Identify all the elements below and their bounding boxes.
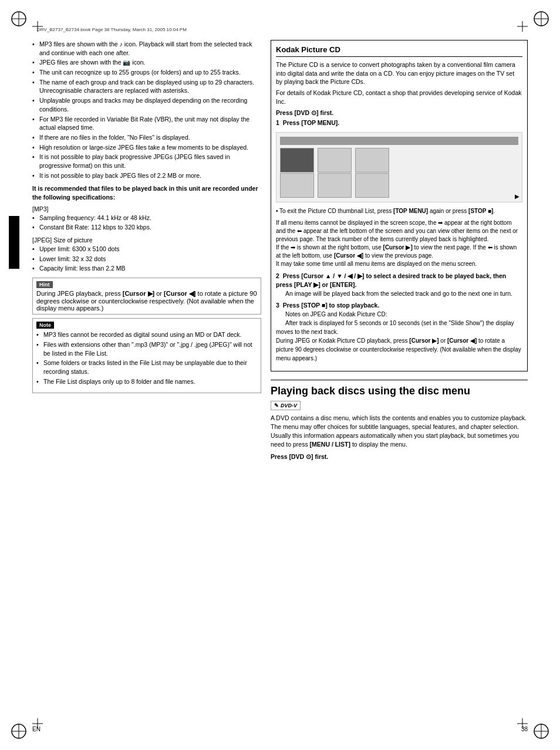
- step-1-num: 1: [276, 119, 279, 126]
- thumb-item-2: [318, 148, 352, 173]
- jpeg-bullet-3: Capacity limit: less than 2.2 MB: [32, 264, 261, 273]
- step-3-text: After track is displayed for 5 seconds o…: [276, 320, 521, 362]
- step-3-note-title: Notes on JPEG and Kodak Picture CD:: [285, 311, 387, 317]
- thumb-arrow: ▶: [515, 193, 519, 200]
- header-filename: DRV_B2737_B2734.book Page 38 Thursday, M…: [37, 27, 187, 32]
- scroll-text: If all menu items cannot be displayed in…: [276, 219, 522, 268]
- camera-icon: 📷: [123, 59, 130, 66]
- corner-mark-bl: [11, 723, 27, 739]
- bullet-4: The name of each group and track can be …: [32, 78, 261, 95]
- left-column: Playing back discs MP3 files are shown w…: [32, 40, 261, 718]
- step-2-bold: Press [Cursor ▲ / ▼ / ◀ / ▶] to select a…: [276, 272, 506, 288]
- thumbnail-top-bar: [280, 137, 518, 145]
- disc-menu-title: Playing back discs using the disc menu: [271, 385, 528, 398]
- thumbnail-grid: ▶: [276, 132, 522, 202]
- bullet-1: MP3 files are shown with the ♪ icon. Pla…: [32, 40, 261, 57]
- note-bullet-3: Some folders or tracks listed in the Fil…: [36, 359, 257, 376]
- note-bullet-4: The File List displays only up to 8 fold…: [36, 377, 257, 386]
- page-footer: EN 38: [32, 726, 528, 732]
- footer-page: 38: [521, 726, 528, 732]
- corner-mark-tr: [533, 11, 549, 27]
- thumb-item-6: [355, 173, 389, 198]
- kodak-contact: For details of Kodak Picture CD, contact…: [276, 89, 522, 106]
- jpeg-bullet-list: Upper limit: 6300 x 5100 dots Lower limi…: [32, 245, 261, 273]
- step-1: 1 Press [TOP MENU].: [276, 119, 522, 127]
- main-content: Playing back discs MP3 files are shown w…: [32, 40, 528, 718]
- step-2-num: 2: [276, 272, 279, 279]
- hint-title: Hint: [36, 281, 53, 288]
- thumb-item-4: [280, 173, 314, 198]
- corner-mark-tl: [11, 11, 27, 27]
- footer-lang: EN: [32, 726, 41, 732]
- mp3-section-label: [MP3]: [32, 205, 261, 212]
- step-3: 3 Press [STOP ■] to stop playback. Notes…: [276, 301, 522, 363]
- hint-box: Hint During JPEG playback, press [Cursor…: [32, 278, 261, 315]
- header-bar: DRV_B2737_B2734.book Page 38 Thursday, M…: [32, 25, 528, 34]
- mp3-bullet-list: Sampling frequency: 44.1 kHz or 48 kHz. …: [32, 214, 261, 232]
- main-bullet-list: MP3 files are shown with the ♪ icon. Pla…: [32, 40, 261, 180]
- sidebar-black-bar: Playing back discs: [9, 216, 19, 269]
- step-3-bold: Press [STOP ■] to stop playback.: [283, 302, 380, 309]
- jpeg-bullet-1: Upper limit: 6300 x 5100 dots: [32, 245, 261, 254]
- jpeg-section-label: [JPEG] Size of picture: [32, 237, 261, 244]
- bullet-6: For MP3 file recorded in Variable Bit Ra…: [32, 115, 261, 132]
- bullet-3: The unit can recognize up to 255 groups …: [32, 68, 261, 77]
- dvd-v-text: DVD-V: [281, 403, 297, 408]
- hint-text: During JPEG playback, press [Cursor ▶] o…: [36, 290, 257, 312]
- note-box: Note MP3 files cannot be recorded as dig…: [32, 318, 261, 393]
- disc-menu-section: Playing back discs using the disc menu D…: [271, 380, 528, 460]
- mp3-bullet-2: Constant Bit Rate: 112 kbps to 320 kbps.: [32, 223, 261, 232]
- kodak-section: Kodak Picture CD The Picture CD is a ser…: [271, 40, 528, 371]
- bullet-8: High resolution or large-size JPEG files…: [32, 143, 261, 152]
- thumb-row-1: [280, 148, 518, 173]
- bullet-7: If there are no files in the folder, "No…: [32, 133, 261, 142]
- bold-recommendation: It is recommended that files to be playe…: [32, 184, 261, 201]
- bullet-10: It is not possible to play back JPEG fil…: [32, 171, 261, 180]
- note-title: Note: [36, 322, 54, 329]
- mp3-bullet-1: Sampling frequency: 44.1 kHz or 48 kHz.: [32, 214, 261, 222]
- dvd-v-badge: DVD-V: [271, 401, 301, 410]
- press-dvd-last: Press [DVD ⊙] first.: [271, 453, 528, 460]
- thumb-item-5: [318, 173, 352, 198]
- step-2-text: An image will be played back from the se…: [285, 290, 512, 297]
- divider: [271, 380, 528, 380]
- bullet-9: It is not possible to play back progress…: [32, 153, 261, 170]
- kodak-intro: The Picture CD is a service to convert p…: [276, 60, 522, 86]
- bullet-5: Unplayable groups and tracks may be disp…: [32, 96, 261, 113]
- thumb-item-3: [355, 148, 389, 173]
- note-bullet-2: Files with extensions other than ".mp3 (…: [36, 340, 257, 357]
- thumb-row-2: [280, 173, 518, 198]
- note-bullet-list: MP3 files cannot be recorded as digital …: [36, 330, 257, 386]
- step-2: 2 Press [Cursor ▲ / ▼ / ◀ / ▶] to select…: [276, 272, 522, 298]
- disc-menu-intro: A DVD contains a disc menu, which lists …: [271, 414, 528, 448]
- music-icon: ♪: [120, 40, 123, 48]
- step-3-num: 3: [276, 302, 279, 309]
- kodak-title: Kodak Picture CD: [276, 45, 522, 57]
- note-bullet-1: MP3 files cannot be recorded as digital …: [36, 330, 257, 339]
- thumbnail-note: • To exit the Picture CD thumbnail List,…: [276, 207, 522, 215]
- thumb-item-1: [280, 148, 314, 173]
- bullet-2: JPEG files are shown with the 📷 icon.: [32, 58, 261, 67]
- jpeg-bullet-2: Lower limit: 32 x 32 dots: [32, 255, 261, 263]
- corner-mark-br: [533, 723, 549, 739]
- step-1-text: Press [TOP MENU].: [283, 119, 339, 126]
- press-dvd-first: Press [DVD ⊙] first.: [276, 109, 522, 116]
- right-column: Kodak Picture CD The Picture CD is a ser…: [271, 40, 528, 718]
